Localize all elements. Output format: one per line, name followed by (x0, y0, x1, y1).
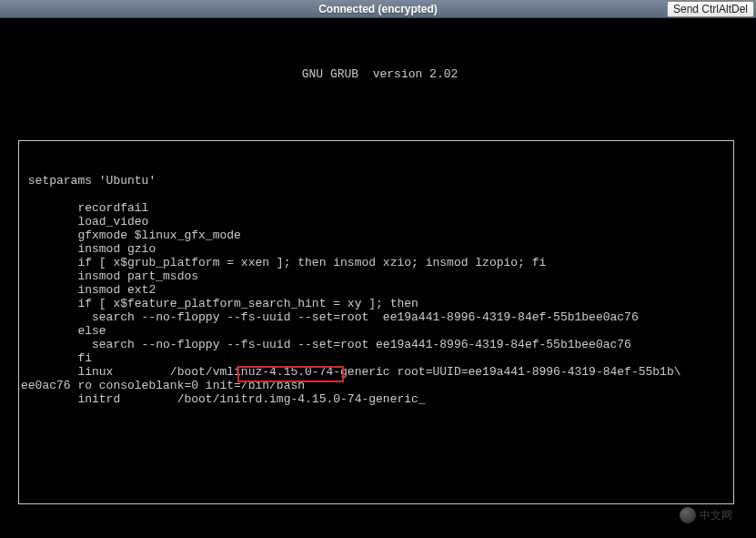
grub-line: initrd /boot/initrd.img-4.15.0-74-generi… (21, 392, 426, 406)
php-logo-icon (680, 507, 696, 523)
grub-line: search --no-floppy --fs-uuid --set=root … (21, 310, 639, 324)
grub-line: search --no-floppy --fs-uuid --set=root … (21, 338, 631, 351)
terminal-frame: GNU GRUB version 2.02 setparams 'Ubuntu'… (0, 18, 756, 538)
grub-line: insmod gzio (21, 242, 156, 256)
grub-editor-box[interactable]: setparams 'Ubuntu' recordfail load_video… (18, 140, 734, 504)
grub-line: fi (21, 351, 92, 365)
grub-editor-content[interactable]: setparams 'Ubuntu' recordfail load_video… (21, 174, 731, 406)
grub-line: linux /boot/vmlinuz-4.15.0-74-generic ro… (21, 365, 681, 379)
grub-line: recordfail (21, 201, 148, 215)
watermark: 中文网 (680, 507, 732, 523)
grub-line: insmod ext2 (21, 283, 156, 297)
grub-line: else (21, 324, 106, 338)
vnc-titlebar: Connected (encrypted) Send CtrlAltDel (0, 0, 756, 18)
grub-line: ee0ac76 ro consoleblank=0 init=/bin/bash (21, 379, 305, 392)
grub-line: if [ x$feature_platform_search_hint = xy… (21, 297, 418, 310)
grub-header: GNU GRUB version 2.02 (18, 67, 741, 81)
watermark-text: 中文网 (700, 509, 732, 523)
connection-status: Connected (encrypted) (318, 3, 438, 15)
send-ctrlaltdel-button[interactable]: Send CtrlAltDel (667, 1, 754, 17)
grub-line: setparams 'Ubuntu' (21, 174, 156, 188)
grub-line: gfxmode $linux_gfx_mode (21, 228, 241, 242)
grub-line: if [ x$grub_platform = xxen ]; then insm… (21, 256, 546, 269)
grub-terminal[interactable]: GNU GRUB version 2.02 setparams 'Ubuntu'… (5, 24, 743, 533)
grub-line: insmod part_msdos (21, 269, 198, 283)
grub-line: load_video (21, 215, 148, 228)
